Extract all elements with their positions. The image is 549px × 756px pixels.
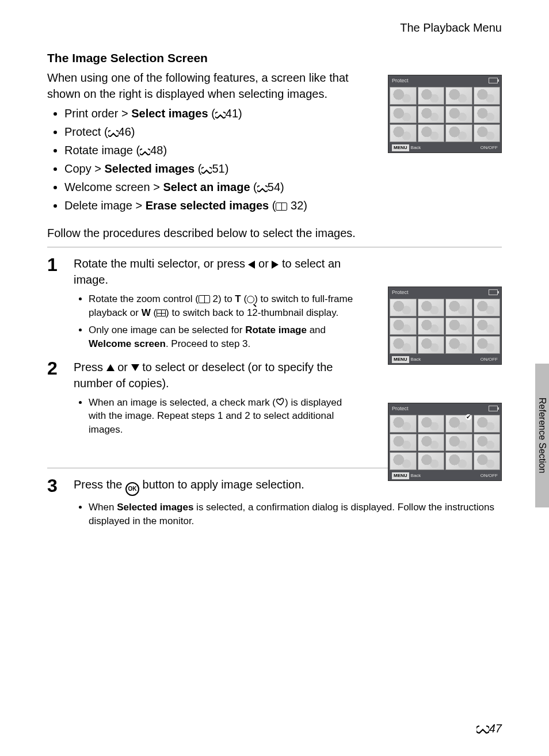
book-icon [199,295,210,303]
ref-icon [140,148,150,155]
battery-icon [489,289,498,295]
ref-icon [108,130,119,137]
section-title: The Image Selection Screen [47,49,502,66]
menu-badge: MENU [392,472,409,479]
list-item: Delete image > Erase selected images ( 3… [64,197,502,213]
side-tab-label: Reference Section [536,398,548,474]
list-item: Welcome screen > Select an image (54) [64,179,502,195]
list-item: Only one image can be selected for Rotat… [89,323,356,351]
list-item: When Selected images is selected, a conf… [89,501,502,528]
ref-icon [257,185,268,192]
lcd-preview-2: Protect MENUBackON/OFF [388,287,502,365]
book-icon [276,203,287,211]
list-item: Copy > Selected images (51) [64,161,502,177]
step-number: 2 [47,359,66,445]
lcd3-title: Protect [392,405,409,413]
step-number: 1 [47,255,66,358]
list-item: Rotate the zoom control ( 2) to T () to … [89,292,356,320]
lcd1-title: Protect [392,77,409,85]
menu-badge: MENU [392,144,409,151]
ref-icon [215,112,226,119]
step1-title: Rotate the multi selector, or press or t… [74,255,356,288]
header-breadcrumb: The Playback Menu [47,20,502,36]
left-arrow-icon [248,261,255,269]
list-item: When an image is selected, a check mark … [89,396,356,437]
lcd2-title: Protect [392,289,409,296]
battery-icon [489,406,498,411]
step-number: 3 [47,476,66,536]
battery-icon [489,78,498,83]
side-tab: Reference Section [535,364,549,507]
down-arrow-icon [131,364,139,371]
right-arrow-icon [272,261,279,269]
ref-icon [476,726,489,734]
magnify-icon [247,296,254,303]
up-arrow-icon [106,364,115,371]
checkmark-heart-icon [275,396,285,406]
follow-text: Follow the procedures described below to… [47,225,502,241]
step2-title: Press or to select or deselect (or to sp… [74,359,356,391]
thumbnail-grid-icon [157,310,166,316]
lcd-preview-3: Protect MENUBackON/OFF [388,403,502,481]
step-3: 3 Press the OK button to apply image sel… [47,476,502,536]
section-intro: When using one of the following features… [47,70,358,102]
ok-button-icon: OK [125,482,139,496]
ref-icon [201,167,212,174]
lcd-preview-1: Protect MENUBackON/OFF [388,75,502,153]
page-number: 47 [476,720,502,736]
menu-badge: MENU [392,356,409,362]
